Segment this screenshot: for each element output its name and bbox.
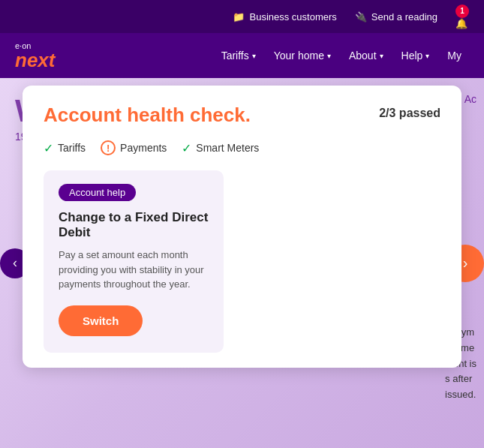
tariffs-status-label: Tariffs (58, 142, 86, 154)
main-background: Wo 192 G Ac ‹ › t paym payme ment is s a… (0, 78, 484, 448)
nav-bar: e·on next Tariffs ▾ Your home ▾ About ▾ … (0, 33, 484, 78)
briefcase-icon: 📁 (233, 11, 245, 23)
card-description: Pay a set amount each month providing yo… (59, 248, 209, 292)
send-reading-link[interactable]: 🔌 Send a reading (355, 11, 437, 23)
top-bar: 📁 Business customers 🔌 Send a reading 1 … (0, 0, 484, 33)
smart-meters-status: ✓ Smart Meters (182, 141, 259, 155)
modal-overlay: Account health check. 2/3 passed ✓ Tarif… (0, 78, 484, 448)
about-label: About (349, 50, 377, 62)
payments-status-label: Payments (120, 142, 167, 154)
nav-about[interactable]: About ▾ (341, 44, 391, 68)
nav-your-home[interactable]: Your home ▾ (266, 44, 338, 68)
help-chevron-icon: ▾ (425, 52, 429, 60)
logo-next-text: next (15, 49, 55, 71)
notifications-button[interactable]: 1 🔔 (455, 5, 469, 29)
tariffs-chevron-icon: ▾ (252, 52, 256, 60)
status-row: ✓ Tariffs ! Payments ✓ Smart Meters (44, 140, 440, 155)
switch-button[interactable]: Switch (59, 305, 143, 336)
nav-tariffs[interactable]: Tariffs ▾ (214, 44, 263, 68)
bell-icon: 🔔 (455, 18, 467, 29)
payments-warning-icon: ! (101, 140, 116, 155)
payments-status: ! Payments (101, 140, 167, 155)
help-card: Account help Change to a Fixed Direct De… (44, 170, 224, 353)
nav-my[interactable]: My (440, 44, 469, 68)
nav-items: Tariffs ▾ Your home ▾ About ▾ Help ▾ My (214, 44, 469, 68)
your-home-chevron-icon: ▾ (327, 52, 331, 60)
account-help-badge: Account help (59, 184, 136, 201)
meter-icon: 🔌 (355, 11, 367, 23)
smart-meters-check-icon: ✓ (182, 141, 191, 155)
help-label: Help (401, 50, 423, 62)
business-customers-label: Business customers (249, 11, 336, 23)
send-reading-label: Send a reading (371, 11, 437, 23)
tariffs-label: Tariffs (221, 50, 249, 62)
modal-title: Account health check. (44, 104, 251, 127)
logo[interactable]: e·on next (15, 42, 55, 70)
modal-score: 2/3 passed (379, 104, 440, 120)
tariffs-status: ✓ Tariffs (44, 141, 86, 155)
notification-badge: 1 (455, 5, 469, 18)
business-customers-link[interactable]: 📁 Business customers (233, 11, 336, 23)
smart-meters-status-label: Smart Meters (196, 142, 259, 154)
about-chevron-icon: ▾ (380, 52, 383, 60)
card-title: Change to a Fixed Direct Debit (59, 210, 209, 240)
account-health-check-modal: Account health check. 2/3 passed ✓ Tarif… (23, 86, 461, 368)
modal-header: Account health check. 2/3 passed (44, 104, 440, 127)
your-home-label: Your home (274, 50, 324, 62)
tariffs-check-icon: ✓ (44, 141, 53, 155)
nav-help[interactable]: Help ▾ (394, 44, 437, 68)
my-label: My (447, 50, 461, 62)
